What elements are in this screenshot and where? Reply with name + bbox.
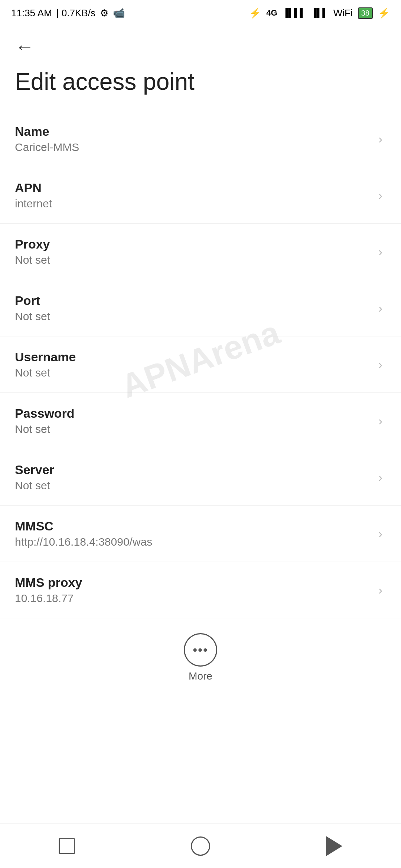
settings-item-password[interactable]: PasswordNot set› [0,393,401,449]
chevron-right-icon: › [378,414,382,428]
settings-value-2: Not set [15,254,378,266]
settings-item-server[interactable]: ServerNot set› [0,449,401,506]
more-label: More [189,670,212,682]
back-icon [326,836,342,856]
settings-value-8: 10.16.18.77 [15,592,378,605]
settings-item-content-6: ServerNot set [15,463,378,492]
settings-label-7: MMSC [15,519,378,533]
chevron-right-icon: › [378,188,382,203]
settings-value-0: Caricel-MMS [15,141,378,154]
more-dots-icon: ••• [193,644,208,656]
navigation-bar [0,823,401,868]
settings-item-name[interactable]: NameCaricel-MMS› [0,111,401,167]
time-display: 11:35 AM [11,7,52,19]
charging-icon: ⚡ [378,7,390,19]
more-section: ••• More [0,618,401,693]
speed-display: | 0.7KB/s [56,7,95,19]
settings-item-content-8: MMS proxy10.16.18.77 [15,575,378,605]
signal2-icon: ▐▌▌ [311,8,328,18]
settings-item-content-5: PasswordNot set [15,406,378,435]
wifi-icon: WiFi [333,7,353,19]
settings-label-4: Username [15,350,378,364]
more-button[interactable]: ••• [184,633,217,667]
chevron-right-icon: › [378,526,382,541]
settings-value-1: internet [15,197,378,210]
settings-item-content-3: PortNot set [15,293,378,323]
settings-item-content-4: UsernameNot set [15,350,378,379]
settings-value-4: Not set [15,366,378,379]
settings-icon: ⚙ [100,7,108,19]
settings-item-content-1: APNinternet [15,181,378,210]
back-button[interactable]: ← [15,37,34,56]
settings-item-mmsc[interactable]: MMSChttp://10.16.18.4:38090/was› [0,506,401,562]
bluetooth-icon: ⚡ [249,7,261,19]
settings-item-username[interactable]: UsernameNot set› [0,336,401,393]
settings-label-3: Port [15,293,378,308]
chevron-right-icon: › [378,301,382,315]
settings-label-6: Server [15,463,378,477]
battery-indicator: 38 [358,7,373,19]
header: ← [0,26,401,60]
settings-item-port[interactable]: PortNot set› [0,280,401,336]
page-title: Edit access point [0,60,401,111]
nav-back-button[interactable] [312,831,356,861]
settings-label-0: Name [15,124,378,139]
chevron-right-icon: › [378,357,382,372]
chevron-right-icon: › [378,470,382,484]
video-icon: 📹 [113,7,125,19]
settings-label-1: APN [15,181,378,195]
network-4g-icon: 4G [266,8,277,18]
settings-item-content-7: MMSChttp://10.16.18.4:38090/was [15,519,378,548]
home-icon [191,836,210,856]
status-bar: 11:35 AM | 0.7KB/s ⚙ 📹 ⚡ 4G ▐▌▌▌ ▐▌▌ WiF… [0,0,401,26]
settings-value-7: http://10.16.18.4:38090/was [15,536,378,548]
chevron-right-icon: › [378,132,382,146]
settings-label-2: Proxy [15,237,378,251]
chevron-right-icon: › [378,244,382,259]
settings-list: NameCaricel-MMS›APNinternet›ProxyNot set… [0,111,401,618]
settings-item-content-0: NameCaricel-MMS [15,124,378,154]
settings-item-proxy[interactable]: ProxyNot set› [0,224,401,280]
settings-item-mms-proxy[interactable]: MMS proxy10.16.18.77› [0,562,401,618]
nav-recents-button[interactable] [45,831,89,861]
settings-item-apn[interactable]: APNinternet› [0,167,401,224]
settings-label-5: Password [15,406,378,421]
chevron-right-icon: › [378,583,382,597]
status-right: ⚡ 4G ▐▌▌▌ ▐▌▌ WiFi 38 ⚡ [249,7,390,19]
nav-home-button[interactable] [178,831,223,861]
settings-value-3: Not set [15,310,378,323]
status-left: 11:35 AM | 0.7KB/s ⚙ 📹 [11,7,125,19]
settings-item-content-2: ProxyNot set [15,237,378,266]
recents-icon [59,838,75,854]
settings-value-5: Not set [15,423,378,435]
settings-label-8: MMS proxy [15,575,378,590]
settings-value-6: Not set [15,479,378,492]
signal-icon: ▐▌▌▌ [283,8,306,18]
